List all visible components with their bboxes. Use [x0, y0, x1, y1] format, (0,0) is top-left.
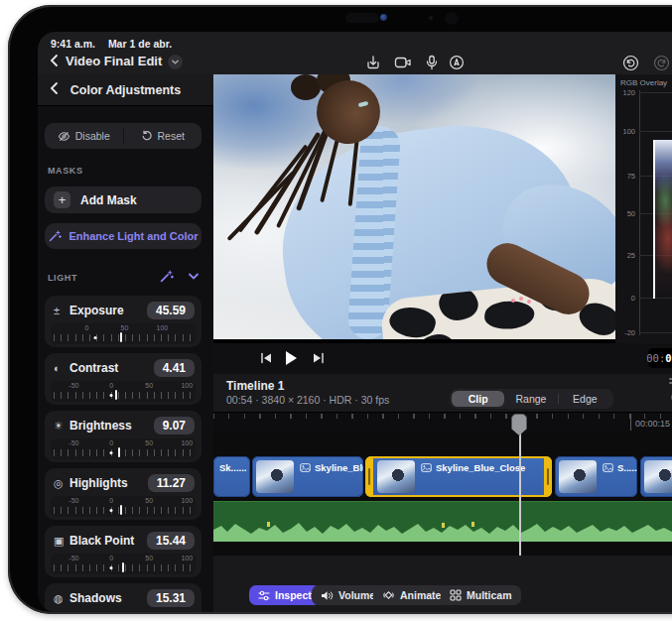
project-menu-chevron-icon[interactable] — [168, 55, 183, 69]
light-section-label: LIGHT — [48, 273, 77, 283]
exposure-icon: ± — [54, 305, 69, 316]
clip-skyline-truncated[interactable]: S....... — [555, 456, 637, 497]
highlights-value[interactable]: 11.27 — [148, 474, 195, 492]
contrast-ruler[interactable]: -50 0 50 100 — [51, 381, 196, 402]
shadows-ruler[interactable]: -50 0 50 100 — [51, 611, 196, 612]
title-bar: Video Final Edit — [38, 51, 672, 74]
redo-icon — [650, 52, 672, 73]
brightness-label: Brightness — [69, 419, 154, 433]
inspect-button[interactable]: Inspect — [249, 585, 321, 605]
audio-track[interactable] — [213, 501, 672, 542]
brightness-icon: ☀ — [54, 420, 69, 433]
contrast-label: Contrast — [69, 361, 154, 375]
highlights-ruler[interactable]: -50 0 50 100 — [51, 496, 196, 517]
ipad-device-frame: 9:41 a.m. Mar 1 de abr. Video Final Edit — [8, 5, 672, 614]
ruler-label-15s: 00:00:15 — [635, 419, 670, 429]
enhance-label: Enhance Light and Color — [68, 230, 198, 242]
status-time: 9:41 a.m. — [51, 38, 95, 50]
disable-button[interactable]: Disable — [45, 123, 123, 149]
scope-tick-75: 75 — [615, 172, 635, 181]
front-camera-lens — [445, 12, 459, 25]
clip-skyline-partial[interactable]: Sk...... — [213, 456, 250, 497]
mode-clip[interactable]: Clip — [452, 391, 504, 407]
clip-edge-partial[interactable] — [640, 456, 672, 497]
pencil-annotate-icon[interactable] — [446, 52, 468, 73]
exposure-value[interactable]: 45.59 — [147, 302, 195, 319]
black-point-label: Black Point — [69, 534, 147, 548]
highlights-slider: ◎ Highlights 11.27 -50 0 50 100 — [45, 468, 202, 520]
multicam-button[interactable]: Multicam — [441, 585, 521, 605]
top-chrome: 9:41 a.m. Mar 1 de abr. Video Final Edit — [38, 32, 672, 74]
project-title[interactable]: Video Final Edit — [66, 54, 162, 68]
panel-title: Color Adjustments — [38, 83, 213, 97]
video-viewer[interactable] — [213, 74, 615, 343]
masks-section-label: MASKS — [48, 166, 83, 176]
bottom-toolbar: Inspect Volume Animate Multicam — [213, 556, 672, 612]
clip-skyline-blue-wide[interactable]: Skyline_Blue_Wide — [252, 456, 363, 497]
status-bar: 9:41 a.m. Mar 1 de abr. — [51, 38, 172, 50]
clip-skyline-blue-close-selected[interactable]: Skyline_Blue_Close — [365, 456, 552, 497]
timeline-header: Timeline 1 00:54 · 3840 × 2160 · HDR · 3… — [213, 374, 672, 412]
import-icon[interactable] — [362, 52, 384, 73]
black-point-ruler[interactable]: -50 0 50 100 — [51, 554, 196, 574]
back-icon[interactable] — [48, 54, 62, 67]
highlights-label: Highlights — [69, 476, 148, 490]
mode-edge[interactable]: Edge — [559, 391, 611, 407]
black-point-value[interactable]: 15.44 — [147, 532, 195, 550]
skip-forward-icon[interactable] — [308, 349, 328, 367]
subject-hand-nails — [511, 297, 537, 305]
reset-button[interactable]: Reset — [124, 123, 202, 149]
clip-thumbnail — [256, 460, 294, 493]
shadows-value[interactable]: 15.31 — [147, 589, 195, 607]
black-point-slider: ▣ Black Point 15.44 -50 0 50 100 — [45, 526, 202, 577]
animate-button[interactable]: Animate — [373, 585, 450, 605]
scope-tick-50: 50 — [615, 209, 635, 218]
image-icon — [603, 463, 613, 472]
camera-icon[interactable] — [392, 52, 414, 73]
microphone-icon[interactable] — [421, 52, 443, 73]
contrast-icon: ◐ — [54, 362, 69, 374]
timeline-title: Timeline 1 — [226, 379, 284, 393]
enhance-light-color-button[interactable]: Enhance Light and Color — [45, 223, 202, 249]
scope-waveform — [653, 140, 672, 299]
timecode-display[interactable]: 00:00:27:17 — [648, 348, 672, 368]
scope-tick-25: 25 — [615, 251, 635, 260]
brightness-ruler[interactable]: -50 0 50 100 — [51, 438, 196, 459]
multicam-grid-icon — [450, 589, 462, 601]
ambient-sensor-dot — [429, 16, 433, 20]
light-collapse-chevron-icon[interactable] — [188, 272, 200, 281]
clip-thumbnail — [644, 460, 672, 493]
highlights-icon: ◎ — [54, 477, 69, 490]
skip-back-icon[interactable] — [256, 349, 276, 367]
add-mask-button[interactable]: + Add Mask — [45, 186, 202, 213]
mode-range[interactable]: Range — [504, 391, 557, 407]
app-screen: 9:41 a.m. Mar 1 de abr. Video Final Edit — [38, 32, 672, 612]
trim-handle-right[interactable] — [547, 468, 549, 485]
transport-bar: 00:00:27:17 — [213, 343, 672, 374]
clip-thumbnail — [559, 460, 597, 493]
inspect-sliders-icon — [258, 590, 270, 601]
front-camera-pill — [345, 13, 379, 23]
timeline-ruler[interactable]: 00:00:15 00:00:30 — [213, 412, 672, 432]
undo-icon[interactable] — [619, 52, 641, 73]
front-camera-dot — [380, 14, 387, 21]
play-icon[interactable] — [281, 349, 301, 367]
brightness-value[interactable]: 9.07 — [154, 417, 195, 435]
shadows-label: Shadows — [69, 591, 147, 605]
color-adjustments-panel: Color Adjustments Disable Reset MASKS + — [38, 74, 213, 612]
timeline-meta: 00:54 · 3840 × 2160 · HDR · 30 fps — [226, 394, 389, 406]
animate-diamond-icon — [382, 589, 395, 601]
scope-tick-100: 100 — [615, 127, 635, 136]
light-autoenhance-icon[interactable] — [159, 269, 174, 284]
trim-handle-left[interactable] — [368, 468, 370, 485]
exposure-ruler[interactable]: 0 50 100 — [51, 323, 196, 344]
shadows-slider: ◍ Shadows 15.31 -50 0 50 100 — [45, 583, 202, 612]
status-date: Mar 1 de abr. — [108, 38, 172, 50]
plus-icon: + — [54, 191, 70, 208]
speaker-icon — [321, 590, 334, 601]
exposure-slider: ± Exposure 45.59 0 50 100 — [45, 296, 202, 347]
panel-header: Color Adjustments — [38, 74, 213, 106]
edit-mode-segmented-control: Clip Range Edge — [450, 389, 613, 409]
contrast-value[interactable]: 4.41 — [154, 359, 195, 377]
rgb-overlay-scope: RGB Overlay 120 100 75 50 25 0 -20 — [615, 74, 672, 343]
